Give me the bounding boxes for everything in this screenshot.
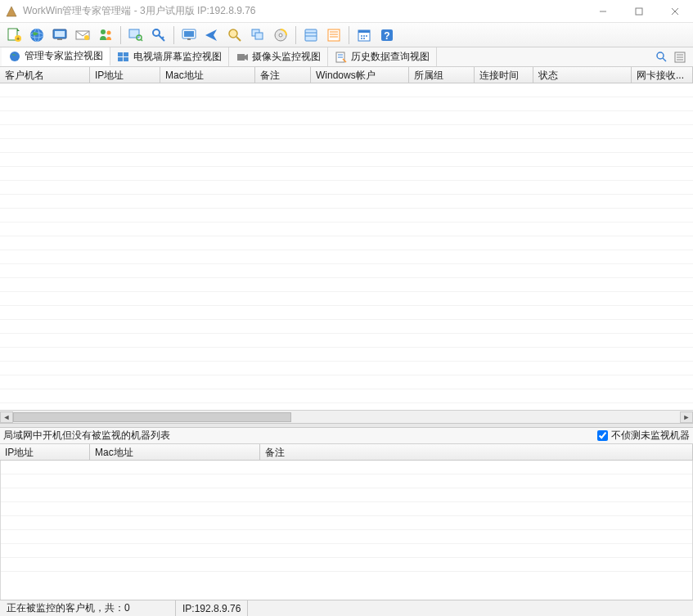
toolbar-search-icon[interactable] <box>125 25 146 46</box>
toolbar-calendar-icon[interactable] <box>353 25 375 46</box>
search-mini-icon[interactable] <box>654 50 670 65</box>
minimize-button[interactable] <box>585 0 621 23</box>
svg-point-14 <box>84 35 89 40</box>
window-title: WorkWin管理专家管理端 - 3用户试用版 IP:192.8.9.76 <box>23 4 256 18</box>
toolbar-monitor-icon[interactable] <box>49 25 70 46</box>
svg-rect-40 <box>358 30 370 33</box>
no-detect-checkbox[interactable] <box>597 430 608 441</box>
table-row <box>1 474 692 488</box>
toolbar-mail-icon[interactable] <box>72 25 93 46</box>
toolbar-windows-icon[interactable] <box>247 25 268 46</box>
clients-grid: 客户机名 IP地址 Mac地址 备注 Windows帐户 所属组 连接时间 状态… <box>0 67 693 423</box>
table-row <box>0 111 693 125</box>
clients-grid-body[interactable] <box>0 83 693 410</box>
main-toolbar: + ? <box>0 23 693 47</box>
status-monitored-count: 正在被监控的客户机，共：0 <box>0 600 176 616</box>
svg-rect-50 <box>124 52 128 56</box>
toolbar-disc-icon[interactable] <box>270 25 291 46</box>
toolbar-globe-icon[interactable] <box>26 25 47 46</box>
svg-rect-35 <box>328 29 340 41</box>
col-status[interactable]: 状态 <box>533 67 632 83</box>
list-mini-icon[interactable] <box>672 50 688 65</box>
table-row <box>0 209 693 223</box>
table-row <box>0 195 693 209</box>
table-row <box>0 223 693 236</box>
toolbar-key-icon[interactable] <box>148 25 169 46</box>
view-tabs: 管理专家监控视图 电视墙屏幕监控视图 摄像头监控视图 历史数据查询视图 <box>0 47 693 67</box>
tab-label: 摄像头监控视图 <box>252 50 321 64</box>
window-controls <box>585 0 693 23</box>
table-row <box>0 320 693 334</box>
col-ip[interactable]: IP地址 <box>90 67 160 83</box>
unmonitored-header: 局域网中开机但没有被监视的机器列表 不侦测未监视机器 <box>0 428 693 444</box>
toolbar-users-icon[interactable] <box>95 25 116 46</box>
table-row <box>1 461 692 474</box>
svg-line-22 <box>162 37 164 38</box>
tab-tvwall-view[interactable]: 电视墙屏幕监控视图 <box>110 47 229 66</box>
col-nic-recv[interactable]: 网卡接收... <box>632 67 693 83</box>
no-detect-text: 不侦测未监视机器 <box>611 429 690 443</box>
col-client-name[interactable]: 客户机名 <box>0 67 90 83</box>
status-ip: IP:192.8.9.76 <box>176 600 248 616</box>
table-row <box>0 278 693 292</box>
toolbar-send-icon[interactable] <box>201 25 223 46</box>
svg-text:?: ? <box>384 30 389 42</box>
table-row <box>0 125 693 139</box>
table-row <box>1 530 692 544</box>
table-row <box>1 516 692 530</box>
no-detect-checkbox-label[interactable]: 不侦测未监视机器 <box>597 429 690 443</box>
col-group[interactable]: 所属组 <box>409 67 475 83</box>
unmonitored-grid-header: IP地址 Mac地址 备注 <box>0 444 693 461</box>
table-row <box>0 139 693 153</box>
col-connect-time[interactable]: 连接时间 <box>475 67 533 83</box>
tab-monitoring-view[interactable]: 管理专家监控视图 <box>2 47 110 66</box>
svg-line-27 <box>236 37 241 41</box>
svg-point-44 <box>361 38 362 39</box>
maximize-button[interactable] <box>621 0 657 23</box>
svg-rect-51 <box>118 57 123 61</box>
table-row <box>0 264 693 278</box>
statusbar: 正在被监控的客户机，共：0 IP:192.8.9.76 <box>0 600 693 616</box>
col-remark[interactable]: 备注 <box>260 444 693 460</box>
tab-label: 管理专家监控视图 <box>25 49 103 63</box>
table-row <box>0 348 693 362</box>
tab-history-view[interactable]: 历史数据查询视图 <box>328 47 437 66</box>
unmonitored-grid-body[interactable] <box>0 461 693 600</box>
toolbar-separator <box>295 26 296 44</box>
svg-rect-11 <box>55 31 65 37</box>
horizontal-scrollbar[interactable]: ◄ ► <box>0 410 693 423</box>
scroll-thumb[interactable] <box>13 412 291 422</box>
svg-point-41 <box>361 35 362 37</box>
tvwall-icon <box>117 51 130 64</box>
svg-rect-1 <box>636 8 642 15</box>
svg-point-7 <box>30 29 43 42</box>
titlebar: WorkWin管理专家管理端 - 3用户试用版 IP:192.8.9.76 <box>0 0 693 23</box>
svg-rect-32 <box>305 29 317 41</box>
table-row <box>0 292 693 306</box>
toolbar-screen-icon[interactable] <box>178 25 200 46</box>
app-icon <box>5 5 18 18</box>
scroll-track[interactable] <box>291 411 680 423</box>
toolbar-help-icon[interactable]: ? <box>376 25 398 46</box>
svg-rect-52 <box>124 57 128 61</box>
svg-line-58 <box>663 58 666 61</box>
toolbar-new-icon[interactable]: + <box>3 25 25 46</box>
scroll-left-arrow-icon[interactable]: ◄ <box>0 411 13 423</box>
col-remark[interactable]: 备注 <box>255 67 311 83</box>
col-ip[interactable]: IP地址 <box>0 444 90 460</box>
svg-rect-25 <box>187 38 191 40</box>
toolbar-folder-icon[interactable] <box>300 25 322 46</box>
close-button[interactable] <box>657 0 693 23</box>
toolbar-magnify-icon[interactable] <box>224 25 245 46</box>
tab-camera-view[interactable]: 摄像头监控视图 <box>229 47 328 66</box>
col-mac[interactable]: Mac地址 <box>160 67 255 83</box>
table-row <box>0 97 693 111</box>
svg-point-15 <box>101 29 106 34</box>
table-row <box>0 306 693 320</box>
col-mac[interactable]: Mac地址 <box>90 444 260 460</box>
table-row <box>0 153 693 167</box>
scroll-right-arrow-icon[interactable]: ► <box>680 411 693 423</box>
svg-point-16 <box>107 30 111 34</box>
col-win-account[interactable]: Windows帐户 <box>311 67 409 83</box>
toolbar-list-icon[interactable] <box>323 25 344 46</box>
